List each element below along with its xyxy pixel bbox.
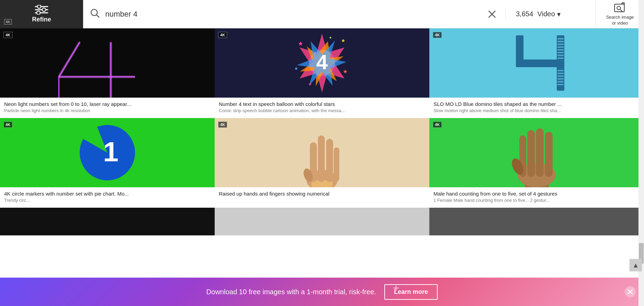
video-label: Video bbox=[537, 10, 555, 18]
badge-4k-3: 4K bbox=[433, 32, 442, 38]
badge-4k-2: 4K bbox=[218, 32, 227, 38]
scroll-up-button[interactable]: ▲ bbox=[629, 259, 642, 271]
grid-sub-6: 1 Female Male hand counting from one to … bbox=[433, 198, 640, 203]
refine-label: Refine bbox=[32, 16, 51, 23]
banner-plus-icon: + bbox=[393, 282, 400, 295]
svg-text:★: ★ bbox=[341, 38, 346, 43]
grid-sub-2: Comic strip speech bubble cartoon animat… bbox=[219, 108, 425, 113]
svg-rect-49 bbox=[557, 78, 564, 80]
svg-text:★: ★ bbox=[329, 36, 332, 39]
svg-rect-67 bbox=[527, 130, 535, 177]
svg-line-12 bbox=[620, 10, 622, 11]
partial-row bbox=[0, 208, 644, 235]
svg-rect-45 bbox=[557, 57, 564, 59]
promo-banner: Download 10 free images with a 1-month t… bbox=[0, 278, 644, 306]
grid-info-2: Number 4 text in speech balloon with col… bbox=[215, 98, 429, 118]
svg-rect-59 bbox=[318, 135, 325, 182]
grid-item-5[interactable]: 4K bbox=[215, 118, 429, 208]
search-icon bbox=[90, 8, 100, 20]
svg-text:4: 4 bbox=[316, 51, 328, 74]
badge-4k-1: 4K bbox=[3, 32, 12, 38]
svg-rect-35 bbox=[516, 35, 524, 63]
refine-4k-badge: 4K bbox=[4, 19, 12, 25]
svg-point-11 bbox=[617, 6, 620, 10]
grid-title-3: SLO MO LD Blue domino tiles shaped as th… bbox=[433, 101, 640, 107]
badge-4k-4: 4K bbox=[3, 122, 12, 128]
svg-rect-60 bbox=[326, 139, 333, 182]
svg-rect-44 bbox=[557, 55, 564, 56]
badge-4k-5: 4K bbox=[218, 122, 227, 128]
grid-item-3[interactable]: 4K bbox=[429, 28, 644, 118]
thumbnail-2: 4K ★ ★ ★ ★ ★ ★ bbox=[215, 28, 429, 98]
results-grid: 4K bbox=[0, 28, 644, 235]
grid-info-3: SLO MO LD Blue domino tiles shaped as th… bbox=[429, 98, 644, 118]
svg-rect-43 bbox=[557, 52, 564, 53]
grid-title-1: Neon light numbers set from 0 to 10, las… bbox=[4, 101, 211, 107]
svg-line-7 bbox=[97, 15, 99, 17]
svg-rect-38 bbox=[557, 38, 564, 39]
thumbnail-5: 4K bbox=[215, 118, 429, 187]
grid-item-6[interactable]: 4K bbox=[429, 118, 644, 208]
svg-rect-46 bbox=[557, 70, 564, 71]
grid-sub-4: Trendy circ... bbox=[4, 198, 211, 203]
grid-sub-3: Slow motion right above medium shot of b… bbox=[433, 108, 640, 113]
svg-rect-10 bbox=[615, 4, 624, 12]
thumbnail-4: 4K 1 bbox=[0, 118, 215, 187]
grid-title-5: Raised up hands and fingers showing nume… bbox=[219, 191, 425, 197]
svg-rect-69 bbox=[545, 132, 553, 177]
svg-rect-68 bbox=[536, 128, 544, 177]
banner-text: Download 10 free images with a 1-month t… bbox=[206, 288, 376, 296]
grid-title-2: Number 4 text in speech balloon with col… bbox=[219, 101, 425, 107]
grid-info-4: 4K circle markers with number set with p… bbox=[0, 187, 215, 208]
clear-search-button[interactable] bbox=[486, 8, 498, 20]
grid-item-1[interactable]: 4K bbox=[0, 28, 215, 118]
svg-text:★: ★ bbox=[294, 66, 298, 71]
video-dropdown[interactable]: Video ▾ bbox=[537, 10, 561, 18]
svg-rect-48 bbox=[557, 75, 564, 77]
results-count: 3,654 bbox=[516, 10, 533, 18]
svg-rect-71 bbox=[0, 208, 215, 235]
partial-thumb-2 bbox=[215, 208, 429, 235]
learn-more-button[interactable]: Learn more bbox=[384, 284, 438, 300]
close-icon bbox=[627, 289, 633, 295]
chevron-down-icon: ▾ bbox=[557, 10, 561, 18]
svg-rect-14 bbox=[17, 28, 197, 98]
svg-rect-72 bbox=[215, 208, 429, 235]
search-image-button[interactable]: Search imageor video bbox=[596, 0, 644, 28]
refine-button[interactable]: Refine 4K bbox=[0, 0, 83, 28]
svg-rect-39 bbox=[557, 41, 564, 42]
grid-item-4[interactable]: 4K 1 4K circle markers with number set bbox=[0, 118, 215, 208]
svg-rect-61 bbox=[334, 147, 339, 181]
svg-point-5 bbox=[37, 11, 40, 15]
search-image-label: Search imageor video bbox=[606, 15, 634, 26]
refine-icon bbox=[35, 5, 48, 15]
thumbnail-3: 4K bbox=[429, 28, 644, 98]
svg-rect-41 bbox=[557, 46, 564, 48]
partial-thumb-3 bbox=[429, 208, 644, 235]
partial-thumb-1 bbox=[0, 208, 215, 235]
search-image-icon bbox=[614, 2, 626, 13]
grid-item-2[interactable]: 4K ★ ★ ★ ★ ★ ★ bbox=[215, 28, 429, 118]
svg-rect-40 bbox=[557, 44, 564, 45]
svg-text:★: ★ bbox=[308, 82, 312, 87]
grid-info-6: Male hand counting from one to five, set… bbox=[429, 187, 644, 208]
results-area: 3,654 Video ▾ bbox=[506, 10, 596, 18]
header: Refine 4K 3,654 Video ▾ bbox=[0, 0, 644, 28]
svg-rect-50 bbox=[557, 81, 564, 82]
grid-title-6: Male hand counting from one to five, set… bbox=[433, 191, 640, 197]
svg-rect-73 bbox=[429, 208, 644, 235]
svg-text:★: ★ bbox=[343, 69, 348, 74]
search-input[interactable] bbox=[105, 10, 480, 19]
grid-info-5: Raised up hands and fingers showing nume… bbox=[215, 187, 429, 202]
grid-sub-1: Particle neon light numbers in 4k resolu… bbox=[4, 108, 211, 113]
svg-text:1: 1 bbox=[103, 136, 119, 167]
svg-rect-42 bbox=[557, 49, 564, 51]
badge-4k-6: 4K bbox=[433, 122, 442, 128]
banner-close-button[interactable] bbox=[625, 286, 636, 297]
thumbnail-6: 4K bbox=[429, 118, 644, 187]
svg-point-3 bbox=[42, 8, 46, 11]
svg-rect-51 bbox=[557, 84, 564, 85]
svg-rect-47 bbox=[557, 73, 564, 74]
thumbnail-1: 4K bbox=[0, 28, 215, 98]
grid-title-4: 4K circle markers with number set with p… bbox=[4, 191, 211, 197]
